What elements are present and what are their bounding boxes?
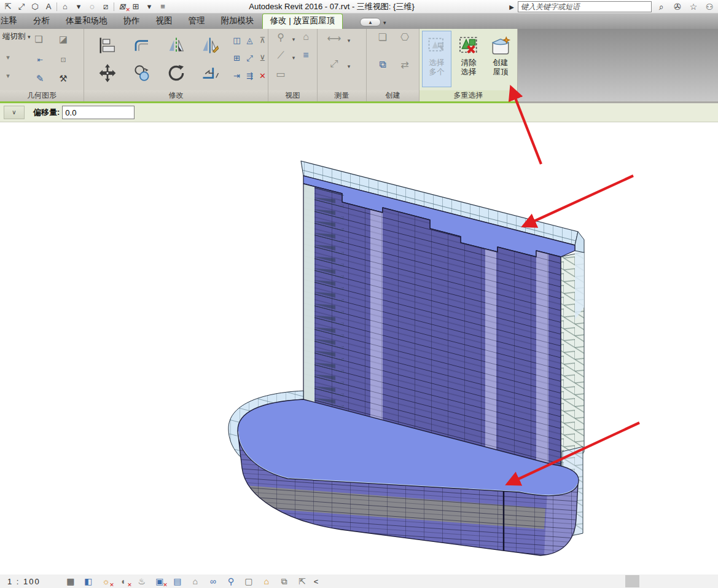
- sun-path-icon[interactable]: ☼✕: [101, 576, 112, 586]
- split-element-icon[interactable]: ◫: [230, 33, 243, 50]
- cut-geometry-icon[interactable]: ◪: [57, 34, 70, 45]
- measure-caret1-icon[interactable]: ▾: [345, 33, 353, 58]
- measure-caret2-icon[interactable]: ▾: [345, 58, 353, 84]
- create-similar-icon[interactable]: ⎔: [394, 31, 416, 59]
- options-chevron-icon[interactable]: ∨: [4, 106, 25, 119]
- temporary-view-properties-icon[interactable]: ▢: [243, 576, 254, 586]
- status-bar-expand-icon[interactable]: <: [314, 577, 319, 586]
- create-roof-icon: [490, 34, 511, 58]
- edit-profile-icon[interactable]: ✎: [33, 73, 47, 84]
- search-icon[interactable]: ⌕: [655, 2, 668, 12]
- mirror-pick-axis-button[interactable]: [159, 31, 193, 59]
- show-rendering-dialog-icon[interactable]: ♨: [136, 576, 147, 586]
- rotate-button[interactable]: [159, 59, 193, 87]
- unpin-icon[interactable]: ⊼: [256, 33, 269, 50]
- pin-icon[interactable]: ⊻: [256, 50, 269, 68]
- visual-style-icon[interactable]: ◧: [83, 576, 94, 586]
- hidden-elements-caret-icon[interactable]: ▾: [289, 31, 298, 50]
- section-icon[interactable]: ⧄: [100, 2, 111, 12]
- favorites-icon[interactable]: ☆: [687, 2, 700, 12]
- create-roof-button[interactable]: 创建 屋顶: [486, 31, 515, 87]
- trim-extend-single-icon[interactable]: ⇥: [230, 68, 243, 86]
- switch-windows-icon[interactable]: ⊞: [130, 2, 141, 11]
- clear-selection-button[interactable]: 清除 选择: [454, 31, 483, 87]
- delete-icon[interactable]: ✕: [256, 68, 269, 86]
- tab-collaborate[interactable]: 协作: [115, 14, 148, 29]
- tag-by-category-icon[interactable]: ⬡: [29, 2, 41, 11]
- cut-profile-caret-icon[interactable]: ▾: [289, 50, 298, 68]
- unlocked-3d-view-icon[interactable]: ⌂: [190, 576, 201, 586]
- 3d-model-canvas[interactable]: [0, 122, 718, 574]
- split-with-gap-icon[interactable]: ◬: [243, 33, 256, 50]
- select-multiple-icon: [427, 34, 446, 58]
- aligned-dimension-icon[interactable]: ⤢: [16, 2, 27, 12]
- geometry-caret-icon[interactable]: ▾: [1, 53, 15, 61]
- customize-qat-icon[interactable]: ≡: [157, 2, 168, 11]
- join-end-cut-icon[interactable]: ❏: [32, 34, 45, 45]
- ribbon-collapse-caret-icon[interactable]: ▾: [383, 20, 386, 26]
- tab-modify-place-face-roof[interactable]: 修改 | 放置面屋顶: [262, 14, 343, 29]
- panel-modify: ◫ ◬ ⊼ ⊞ ⤢ ⊻ ⇥ ⇶ ✕ 修改: [84, 29, 268, 101]
- sign-in-icon[interactable]: ⚇: [703, 2, 716, 12]
- quick-access-toolbar: ⇱ ⤢ ⬡ A ⌂ ▾ ◌ ⧄ ⊠✕ ⊞ ▾ ≡: [0, 2, 168, 12]
- cope-icon[interactable]: ⊡: [57, 56, 70, 64]
- offset-button[interactable]: [125, 31, 159, 59]
- close-hidden-windows-icon[interactable]: ⊠✕: [117, 2, 128, 11]
- selection-box-icon[interactable]: ▭: [272, 68, 289, 87]
- ribbon-collapse-button[interactable]: ▲: [360, 18, 381, 26]
- temporary-hide-isolate-icon[interactable]: ∞: [208, 576, 219, 586]
- window-title: Autodesk Revit 2016 - 07.rvt - 三维视图: {三维…: [184, 1, 479, 12]
- mirror-draw-axis-button[interactable]: [193, 31, 228, 59]
- tab-manage[interactable]: 管理: [181, 14, 213, 29]
- hidden-elements-icon[interactable]: ⚲: [272, 31, 289, 50]
- reveal-constraints-icon[interactable]: ⇱: [297, 576, 308, 586]
- switch-windows-caret-icon[interactable]: ▾: [144, 2, 155, 11]
- crop-view-icon[interactable]: ▣✕: [154, 576, 165, 586]
- worksharing-display-icon[interactable]: ⌂: [261, 576, 272, 586]
- modify-arrow-icon[interactable]: ⇱: [2, 2, 14, 11]
- move-button[interactable]: [90, 59, 125, 87]
- shadows-icon[interactable]: ◐✕: [119, 576, 130, 586]
- corner-trim-button[interactable]: [193, 59, 228, 87]
- displacement-sets-icon[interactable]: ⧉: [279, 576, 290, 587]
- select-multiple-button[interactable]: 选择 多个: [422, 31, 451, 87]
- panel-geometry: 端切割 ▾ ❏ ◪ ⇤ ⊡ ✎ ⚒ ▾ ▾ 几何图形: [0, 29, 84, 101]
- home-caret-icon[interactable]: ▾: [73, 2, 84, 11]
- beam-coping-icon[interactable]: ⇤: [33, 56, 47, 64]
- tab-analyze[interactable]: 分析: [25, 14, 58, 29]
- render-icon[interactable]: ◌: [87, 2, 98, 11]
- create-group-icon[interactable]: ❏: [372, 31, 394, 59]
- communication-center-icon[interactable]: ✇: [671, 2, 684, 12]
- trim-extend-multiple-icon[interactable]: ⇶: [243, 68, 256, 86]
- offset-input[interactable]: [62, 106, 135, 119]
- default-3d-view-icon[interactable]: ⌂: [60, 2, 71, 11]
- array-icon[interactable]: ⊞: [230, 50, 243, 68]
- unhide-elements-icon[interactable]: ⌂: [298, 31, 314, 50]
- text-icon[interactable]: A: [43, 2, 54, 11]
- end-cut-button[interactable]: 端切割 ▾: [2, 31, 31, 42]
- measure-between-refs-icon[interactable]: ⟷: [324, 33, 345, 58]
- link-transfer-icon[interactable]: ⇄: [394, 59, 416, 87]
- geometry-caret2-icon[interactable]: ▾: [1, 72, 15, 80]
- show-crop-region-icon[interactable]: ▤: [172, 576, 183, 586]
- view-scale[interactable]: 1 : 100: [7, 577, 41, 586]
- cut-profile-icon[interactable]: ⟋: [272, 50, 289, 68]
- horizontal-scrollbar-thumb[interactable]: [625, 575, 639, 587]
- scale-icon[interactable]: ⤢: [243, 50, 256, 68]
- search-input[interactable]: [518, 1, 652, 12]
- panel-label-create: 创建: [367, 90, 419, 101]
- thin-lines-icon[interactable]: ≡: [298, 50, 314, 68]
- tab-addins[interactable]: 附加模块: [213, 14, 262, 29]
- demolish-icon[interactable]: ⚒: [57, 73, 70, 84]
- measure-aligned-icon[interactable]: ⤢: [324, 58, 345, 84]
- align-button[interactable]: [90, 31, 125, 59]
- infocenter-collapse-icon[interactable]: ▶: [509, 4, 514, 10]
- tab-view[interactable]: 视图: [148, 14, 181, 29]
- display-sets-icon[interactable]: ⧉: [372, 59, 394, 87]
- reveal-hidden-elements-icon[interactable]: ⚲: [225, 576, 236, 586]
- copy-button[interactable]: [125, 59, 159, 87]
- detail-level-icon[interactable]: ▦: [65, 576, 76, 586]
- tab-annotate[interactable]: 注释: [0, 14, 25, 29]
- drawing-area[interactable]: [0, 122, 718, 574]
- tab-massing-site[interactable]: 体量和场地: [58, 14, 115, 29]
